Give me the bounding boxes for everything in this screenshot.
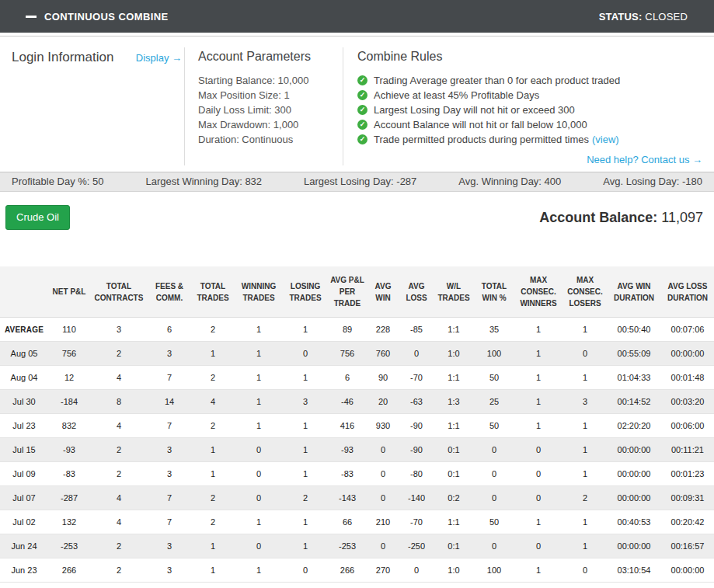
table-cell: 6 xyxy=(148,318,191,342)
display-link[interactable]: Display → xyxy=(136,52,182,64)
table-cell: 0 xyxy=(367,462,399,486)
column-header xyxy=(0,266,48,318)
table-cell: -287 xyxy=(48,486,90,510)
column-header: AVG WIN DURATION xyxy=(608,266,660,318)
stat-value: 50 xyxy=(92,176,103,187)
table-cell: 4 xyxy=(90,414,148,438)
table-cell: 228 xyxy=(367,318,399,342)
stat-value: 832 xyxy=(245,176,262,187)
row-label: Jul 07 xyxy=(0,486,48,510)
table-cell: 0 xyxy=(235,534,283,558)
table-cell: 1 xyxy=(283,366,328,390)
row-label: Jul 09 xyxy=(0,462,48,486)
stat-largest-losing-day: Largest Losing Day: -287 xyxy=(304,176,416,187)
table-cell: 00:06:00 xyxy=(660,414,714,438)
stat-value: -180 xyxy=(682,176,702,187)
table-cell: 0:1 xyxy=(434,462,474,486)
table-cell: 1 xyxy=(191,462,235,486)
table-cell: 03:10:54 xyxy=(608,558,660,583)
table-cell: -70 xyxy=(399,366,434,390)
table-cell: 0:1 xyxy=(434,534,474,558)
param-max-drawdown: Max Drawdown: 1,000 xyxy=(198,117,343,132)
table-cell: 2 xyxy=(191,366,235,390)
table-cell: -90 xyxy=(399,414,434,438)
table-cell: 1 xyxy=(514,558,562,583)
table-cell: -253 xyxy=(48,534,90,558)
row-label: Jun 23 xyxy=(0,558,48,583)
table-cell: -80 xyxy=(399,462,434,486)
param-starting-balance: Starting Balance: 10,000 xyxy=(198,73,343,88)
table-cell: 1 xyxy=(235,510,283,534)
table-cell: 2 xyxy=(191,510,235,534)
account-balance: Account Balance: 11,097 xyxy=(539,210,703,226)
table-row: Aug 041247211690-701:1501101:04:3300:01:… xyxy=(0,366,714,390)
table-cell: 3 xyxy=(283,390,328,414)
table-cell: 50 xyxy=(474,414,514,438)
table-cell: 0 xyxy=(367,486,399,510)
table-body: AVERAGE1103621189228-851:1351100:50:4000… xyxy=(0,318,714,583)
table-cell: 00:00:00 xyxy=(608,438,660,462)
contact-us-link[interactable]: Need help? Contact us → xyxy=(587,154,702,165)
table-cell: 00:01:23 xyxy=(660,462,714,486)
table-cell: 1 xyxy=(562,318,608,342)
table-cell: 0 xyxy=(367,534,399,558)
row-label: Jul 15 xyxy=(0,438,48,462)
table-row: Jun 24-25323101-2530-2500:100100:00:0000… xyxy=(0,534,714,558)
table-row: Jun 232662311026627001:01001003:10:5400:… xyxy=(0,558,714,583)
table-cell: 2 xyxy=(562,486,608,510)
account-parameters-section: Account Parameters Starting Balance: 10,… xyxy=(185,47,343,165)
table-row: Jul 09-8323101-830-800:100100:00:0000:01… xyxy=(0,462,714,486)
table-cell: 00:00:00 xyxy=(660,342,714,366)
view-link[interactable]: (view) xyxy=(592,132,619,147)
table-cell: 02:20:20 xyxy=(608,414,660,438)
table-cell: 0 xyxy=(235,438,283,462)
table-cell: 35 xyxy=(474,318,514,342)
table-cell: 1:0 xyxy=(434,558,474,583)
table-cell: 0 xyxy=(474,534,514,558)
table-cell: 1 xyxy=(514,318,562,342)
minimize-icon[interactable] xyxy=(26,16,37,18)
row-label: Jul 02 xyxy=(0,510,48,534)
table-cell: 1 xyxy=(514,342,562,366)
table-cell: 00:14:52 xyxy=(608,390,660,414)
table-cell: 3 xyxy=(562,390,608,414)
table-row: Jul 15-9323101-930-900:100100:00:0000:11… xyxy=(0,438,714,462)
table-cell: 0 xyxy=(283,558,328,583)
table-cell: 0:2 xyxy=(434,486,474,510)
table-cell: 00:01:48 xyxy=(660,366,714,390)
table-cell: 1 xyxy=(191,342,235,366)
status-value: CLOSED xyxy=(645,11,688,23)
table-cell: 210 xyxy=(367,510,399,534)
info-panel: Login Information Display → Account Para… xyxy=(0,36,714,172)
table-cell: 1 xyxy=(283,462,328,486)
table-cell: 1 xyxy=(283,534,328,558)
product-tab-crude-oil[interactable]: Crude Oil xyxy=(5,205,70,230)
table-cell: 20 xyxy=(367,390,399,414)
check-circle-icon: ✓ xyxy=(357,134,367,144)
check-circle-icon: ✓ xyxy=(357,90,367,100)
table-cell: 110 xyxy=(48,318,90,342)
table-cell: -70 xyxy=(399,510,434,534)
table-cell: -140 xyxy=(399,486,434,510)
table-cell: 3 xyxy=(148,558,191,583)
row-label: AVERAGE xyxy=(0,318,48,342)
table-cell: 1 xyxy=(514,390,562,414)
combine-rule-text: Largest Losing Day will not hit or excee… xyxy=(374,103,575,117)
table-header-row: NET P&LTOTAL CONTRACTSFEES & COMM.TOTAL … xyxy=(0,266,714,318)
table-cell: -46 xyxy=(328,390,367,414)
table-cell: 00:00:00 xyxy=(660,558,714,583)
table-cell: 00:07:06 xyxy=(660,318,714,342)
column-header: MAX CONSEC. WINNERS xyxy=(514,266,562,318)
table-cell: 1 xyxy=(191,534,235,558)
table-cell: 1 xyxy=(514,414,562,438)
column-header: AVG P&L PER TRADE xyxy=(328,266,367,318)
combine-rule-item: ✓Account Balance will not hit or fall be… xyxy=(357,117,702,132)
stat-label: Avg. Winning Day: xyxy=(458,176,542,187)
table-cell: 1:3 xyxy=(434,390,474,414)
page-title: CONTINUOUS COMBINE xyxy=(44,11,169,23)
account-parameters-title: Account Parameters xyxy=(198,50,343,64)
combine-rule-text: Trade permitted products during permitte… xyxy=(374,132,589,147)
stat-label: Profitable Day %: xyxy=(12,176,89,187)
table-cell: 4 xyxy=(90,510,148,534)
combine-rule-item: ✓Achieve at least 45% Profitable Days xyxy=(357,88,702,103)
